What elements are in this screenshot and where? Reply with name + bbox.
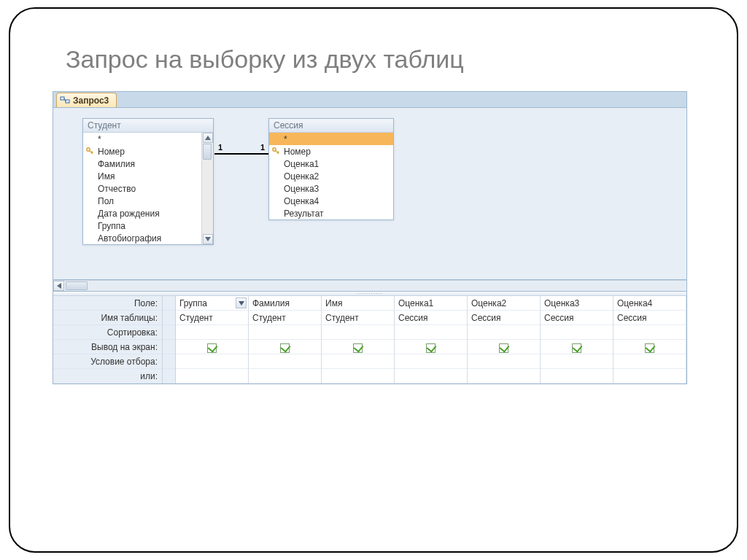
grid-column: ГруппаСтудент [176,296,249,384]
field-item[interactable]: Номер [83,145,201,158]
hscroll-left-button[interactable] [53,281,64,291]
field-item[interactable]: Оценка2 [269,170,393,182]
cell-table[interactable]: Студент [176,311,248,325]
svg-marker-6 [57,283,61,289]
field-item[interactable]: Оценка4 [269,195,393,207]
cell-field[interactable]: Имя [322,296,394,311]
cell-field[interactable]: Оценка3 [541,296,613,311]
cell-or[interactable] [614,369,686,384]
primary-key-icon [85,147,95,156]
cell-field[interactable]: Оценка2 [468,296,540,311]
scrollbar-student[interactable] [201,133,213,244]
field-item[interactable]: Оценка1 [269,158,393,170]
cell-sort[interactable] [614,325,686,340]
field-item[interactable]: * [83,133,201,145]
row-selector-gutter[interactable] [163,296,176,384]
dropdown-arrow-icon[interactable] [236,298,247,308]
label-criteria: Условие отбора: [53,354,162,369]
svg-rect-1 [66,100,69,103]
table-box-session[interactable]: Сессия *НомерОценка1Оценка2Оценка3Оценка… [268,118,394,220]
cell-field[interactable]: Группа [176,296,248,311]
cell-or[interactable] [468,369,540,384]
cell-criteria[interactable] [541,354,613,369]
label-or: или: [53,369,162,384]
cell-show[interactable] [395,340,467,354]
scroll-up-button[interactable] [203,133,213,143]
cell-table[interactable]: Студент [249,311,321,325]
checkbox-checked-icon[interactable] [572,343,581,353]
table-title-student: Студент [83,119,213,133]
field-item[interactable]: Оценка3 [269,182,393,195]
scroll-down-button[interactable] [203,234,213,244]
svg-marker-7 [239,301,244,306]
cell-table[interactable]: Сессия [614,311,686,325]
grid-column: ИмяСтудент [322,296,395,384]
scroll-thumb[interactable] [203,144,212,160]
cell-sort[interactable] [249,325,321,340]
relationship-canvas[interactable]: Студент *НомерФамилияИмяОтчествоПолДата … [53,108,686,280]
cell-or[interactable] [322,369,394,384]
cell-field[interactable]: Оценка1 [395,296,467,311]
relationship-line[interactable] [214,153,268,155]
cell-table[interactable]: Сессия [541,311,613,325]
cell-field[interactable]: Фамилия [249,296,321,311]
cell-sort[interactable] [322,325,394,340]
field-item[interactable]: Имя [83,170,201,182]
field-item[interactable]: Пол [83,195,201,207]
cell-show[interactable] [614,340,686,354]
svg-rect-0 [61,97,64,100]
checkbox-checked-icon[interactable] [645,343,654,353]
cell-criteria[interactable] [176,354,248,369]
cell-show[interactable] [322,340,394,354]
label-table: Имя таблицы: [53,311,162,325]
cell-or[interactable] [249,369,321,384]
cell-criteria[interactable] [614,354,686,369]
cell-show[interactable] [541,340,613,354]
checkbox-checked-icon[interactable] [207,343,217,353]
checkbox-checked-icon[interactable] [280,343,290,353]
query-tab[interactable]: Запрос3 [56,93,117,107]
field-item[interactable]: * [269,133,393,145]
grid-column: Оценка3Сессия [541,296,614,384]
cell-criteria[interactable] [249,354,321,369]
field-list-student[interactable]: *НомерФамилияИмяОтчествоПолДата рождения… [83,133,201,244]
checkbox-checked-icon[interactable] [426,343,436,353]
cell-sort[interactable] [468,325,540,340]
svg-marker-3 [205,136,211,140]
field-item[interactable]: Результат [269,207,393,219]
hscroll-thumb[interactable] [66,281,88,290]
cell-sort[interactable] [395,325,467,340]
cell-or[interactable] [395,369,467,384]
field-list-session[interactable]: *НомерОценка1Оценка2Оценка3Оценка4Резуль… [269,133,393,219]
checkbox-checked-icon[interactable] [499,343,508,353]
cell-table[interactable]: Сессия [395,311,467,325]
cell-show[interactable] [176,340,248,354]
cell-or[interactable] [541,369,613,384]
grid-column: ФамилияСтудент [249,296,322,384]
cell-sort[interactable] [176,325,248,340]
label-field: Поле: [53,296,162,311]
field-item[interactable]: Дата рождения [83,207,201,219]
cell-show[interactable] [468,340,540,354]
table-box-student[interactable]: Студент *НомерФамилияИмяОтчествоПолДата … [82,118,214,245]
field-item[interactable]: Группа [83,219,201,232]
relationship-left-label: 1 [218,143,222,152]
cell-or[interactable] [176,369,248,384]
slide-border: Запрос на выборку из двух таблиц Запрос3 [9,7,738,553]
cell-show[interactable] [249,340,321,354]
cell-criteria[interactable] [322,354,394,369]
cell-field[interactable]: Оценка4 [614,296,686,311]
cell-table[interactable]: Студент [322,311,394,325]
grid-columns: ГруппаСтудентФамилияСтудентИмяСтудентОце… [176,296,686,384]
field-item[interactable]: Номер [269,145,393,158]
field-item[interactable]: Автобиография [83,232,201,244]
cell-criteria[interactable] [468,354,540,369]
field-item[interactable]: Отчество [83,182,201,195]
field-item[interactable]: Фамилия [83,158,201,170]
label-sort: Сортировка: [53,325,162,340]
cell-sort[interactable] [541,325,613,340]
cell-table[interactable]: Сессия [468,311,540,325]
checkbox-checked-icon[interactable] [353,343,363,353]
cell-criteria[interactable] [395,354,467,369]
access-query-designer: Запрос3 Студент *НомерФамилияИмяОтчество… [53,91,687,384]
